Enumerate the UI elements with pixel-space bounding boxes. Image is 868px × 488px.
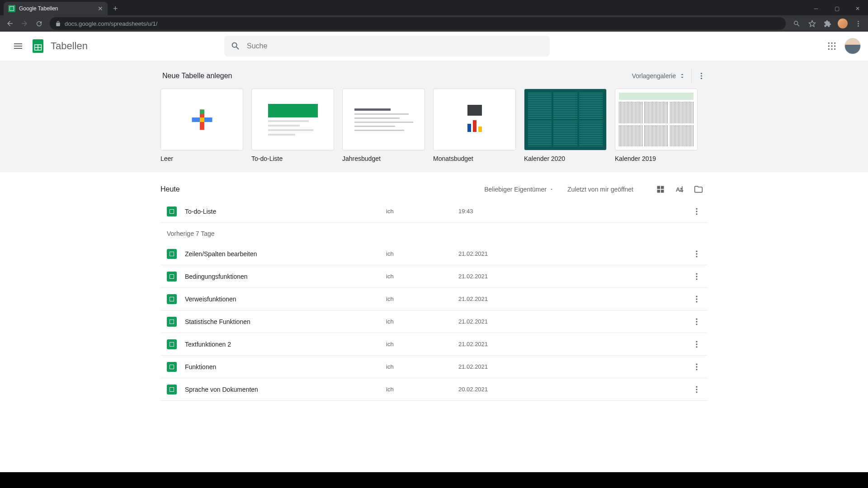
- svg-point-0: [858, 21, 859, 22]
- document-more-button[interactable]: [689, 314, 705, 330]
- sheets-logo-icon[interactable]: [29, 37, 47, 55]
- maximize-button[interactable]: ▢: [826, 2, 847, 15]
- bookmark-icon[interactable]: [806, 17, 818, 30]
- section-title: Heute: [160, 185, 180, 193]
- svg-point-14: [831, 48, 832, 50]
- template-gallery: Neue Tabelle anlegen Vorlagengalerie Lee…: [0, 61, 868, 172]
- forward-button[interactable]: [18, 17, 31, 30]
- extensions-area: [790, 17, 864, 30]
- extensions-icon[interactable]: [821, 17, 834, 30]
- svg-rect-26: [661, 190, 664, 193]
- document-row[interactable]: Bedingungsfunktionen ich 21.02.2021: [160, 265, 708, 288]
- reload-button[interactable]: [33, 17, 45, 30]
- browser-menu-icon[interactable]: [852, 17, 864, 30]
- svg-point-44: [696, 341, 697, 342]
- document-row[interactable]: Funktionen ich 21.02.2021: [160, 356, 708, 378]
- document-owner: ich: [386, 386, 458, 393]
- template-card[interactable]: Jahresbudget: [342, 89, 425, 162]
- opened-column-label: Zuletzt von mir geöffnet: [567, 186, 633, 193]
- svg-point-34: [696, 256, 697, 257]
- tab-title: Google Tabellen: [19, 5, 58, 12]
- template-card[interactable]: To-do-Liste: [251, 89, 334, 162]
- template-thumbnail: [160, 89, 243, 150]
- document-date: 21.02.2021: [458, 250, 562, 257]
- account-avatar[interactable]: [844, 38, 861, 54]
- template-gallery-link[interactable]: Vorlagengalerie: [632, 72, 686, 80]
- template-card[interactable]: Kalender 2019: [615, 89, 698, 162]
- address-bar[interactable]: docs.google.com/spreadsheets/u/1/: [50, 17, 786, 30]
- document-row[interactable]: To-do-Liste ich 19:43: [160, 200, 708, 223]
- gallery-link-label: Vorlagengalerie: [632, 72, 676, 80]
- svg-point-37: [696, 278, 697, 280]
- folder-button[interactable]: [689, 180, 708, 198]
- search-bar[interactable]: [224, 36, 550, 56]
- template-thumbnail: [615, 89, 698, 150]
- section-label: Vorherige 7 Tage: [160, 223, 708, 243]
- owner-filter[interactable]: Beliebiger Eigentümer: [484, 186, 554, 193]
- sheets-file-icon: [167, 272, 177, 282]
- document-name: Funktionen: [185, 363, 386, 371]
- svg-point-2: [858, 25, 859, 27]
- template-card[interactable]: Kalender 2020: [524, 89, 607, 162]
- document-owner: ich: [386, 250, 458, 257]
- document-row[interactable]: Verweisfunktionen ich 21.02.2021: [160, 288, 708, 310]
- document-owner: ich: [386, 318, 458, 325]
- svg-rect-23: [657, 186, 660, 189]
- document-row[interactable]: Sprache von Dokumenten ich 20.02.2021: [160, 378, 708, 401]
- svg-point-45: [696, 343, 697, 345]
- close-window-button[interactable]: ✕: [847, 2, 868, 15]
- search-page-icon[interactable]: [790, 17, 803, 30]
- svg-point-10: [828, 45, 830, 47]
- document-more-button[interactable]: [689, 268, 705, 285]
- document-name: Verweisfunktionen: [185, 296, 386, 303]
- document-row[interactable]: Statistische Funktionen ich 21.02.2021: [160, 310, 708, 333]
- app-name: Tabellen: [51, 40, 88, 52]
- grid-view-button[interactable]: [651, 180, 670, 198]
- search-icon: [231, 41, 241, 51]
- template-card[interactable]: Monatsbudget: [433, 89, 516, 162]
- page-viewport: Tabellen Neue Tabelle anlegen Vorlagenga…: [0, 32, 868, 472]
- svg-point-50: [696, 386, 697, 387]
- minimize-button[interactable]: ─: [806, 2, 826, 15]
- document-row[interactable]: Zeilen/Spalten bearbeiten ich 21.02.2021: [160, 243, 708, 265]
- svg-point-36: [696, 276, 697, 277]
- app-header: Tabellen: [0, 32, 868, 61]
- document-more-button[interactable]: [689, 291, 705, 307]
- svg-point-31: [696, 213, 697, 215]
- back-button[interactable]: [4, 17, 16, 30]
- document-more-button[interactable]: [689, 381, 705, 398]
- document-date: 21.02.2021: [458, 273, 562, 280]
- sheets-file-icon: [167, 249, 177, 259]
- document-more-button[interactable]: [689, 246, 705, 262]
- document-name: Sprache von Dokumenten: [185, 386, 386, 393]
- sort-button[interactable]: AZ: [670, 180, 689, 198]
- template-label: Kalender 2019: [615, 155, 698, 162]
- document-more-button[interactable]: [689, 336, 705, 352]
- svg-point-9: [834, 42, 835, 44]
- svg-point-51: [696, 389, 697, 390]
- sheets-file-icon: [167, 385, 177, 394]
- gallery-more-button[interactable]: [691, 69, 706, 83]
- svg-point-15: [834, 48, 835, 50]
- new-tab-button[interactable]: +: [108, 2, 123, 15]
- document-date: 21.02.2021: [458, 363, 562, 370]
- google-apps-button[interactable]: [823, 37, 841, 55]
- svg-point-49: [696, 369, 697, 370]
- search-input[interactable]: [247, 42, 543, 50]
- document-date: 20.02.2021: [458, 386, 562, 393]
- sheets-file-icon: [167, 294, 177, 304]
- document-more-button[interactable]: [689, 359, 705, 375]
- bottom-bar: [0, 472, 868, 488]
- svg-point-1: [858, 23, 859, 24]
- main-menu-button[interactable]: [7, 35, 29, 57]
- document-row[interactable]: Textfunktionen 2 ich 21.02.2021: [160, 333, 708, 356]
- browser-tab[interactable]: Google Tabellen ✕: [4, 2, 108, 15]
- template-card[interactable]: Leer: [160, 89, 243, 162]
- close-tab-icon[interactable]: ✕: [98, 5, 103, 12]
- profile-avatar-icon[interactable]: [836, 17, 849, 30]
- url-text: docs.google.com/spreadsheets/u/1/: [65, 20, 157, 27]
- document-owner: ich: [386, 208, 458, 215]
- template-thumbnail: [433, 89, 516, 150]
- document-more-button[interactable]: [689, 203, 705, 220]
- browser-chrome: Google Tabellen ✕ + ─ ▢ ✕ docs.google.co…: [0, 0, 868, 32]
